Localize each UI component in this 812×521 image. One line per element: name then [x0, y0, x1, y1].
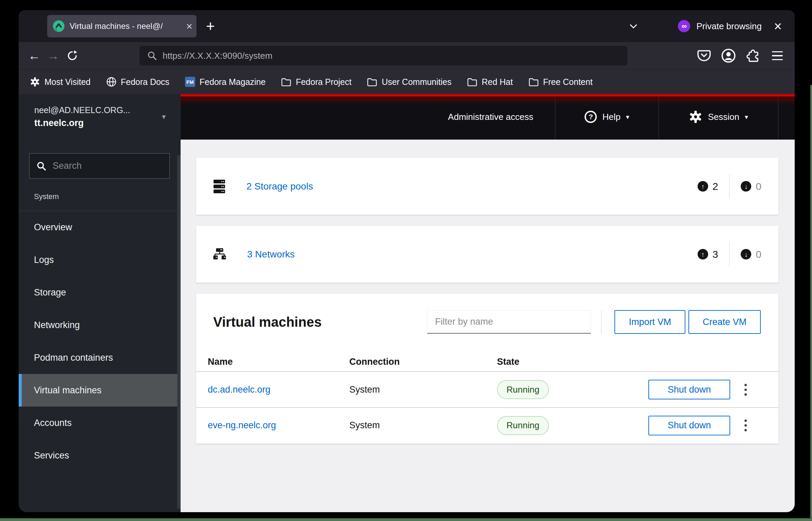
help-icon: ? [585, 111, 597, 123]
bookmark-fedora-magazine[interactable]: FM Fedora Magazine [185, 77, 266, 87]
table-row: eve-ng.neelc.org System Running Shut dow… [196, 408, 778, 443]
help-menu[interactable]: ? Help ▾ [555, 111, 659, 123]
sidebar-item-accounts[interactable]: Accounts [19, 407, 181, 439]
browser-window: Virtual machines - neel@/ × + ∞ Private … [19, 10, 795, 512]
session-caret-icon: ▾ [745, 113, 748, 121]
search-icon [36, 161, 47, 171]
bookmark-fedora-project[interactable]: Fedora Project [281, 77, 351, 87]
bookmarks-toolbar: Most Visited Fedora Docs FM Fedora Magaz… [19, 69, 795, 94]
cockpit-favicon-icon [53, 20, 65, 32]
main-area: Administrative access ? Help ▾ Session ▾ [181, 94, 795, 512]
fm-favicon: FM [185, 77, 195, 87]
folder-icon [529, 77, 539, 87]
network-topology-icon [213, 248, 226, 261]
arrow-circle-up-icon: ↑ [698, 249, 708, 259]
vm-name-link[interactable]: eve-ng.neelc.org [208, 420, 349, 431]
help-caret-icon: ▾ [626, 113, 629, 121]
bookmark-fedora-docs[interactable]: Fedora Docs [106, 77, 169, 87]
search-box[interactable] [29, 153, 170, 179]
networks-stats: ↑ 3 ↓ 0 [698, 242, 761, 267]
list-tabs-chevron-icon[interactable] [628, 21, 639, 31]
sidebar-search [19, 140, 181, 179]
browser-tab[interactable]: Virtual machines - neel@/ × [47, 15, 197, 37]
create-vm-button[interactable]: Create VM [688, 310, 761, 334]
shut-down-button[interactable]: Shut down [648, 416, 730, 435]
sidebar-item-podman-containers[interactable]: Podman containers [19, 341, 181, 374]
sidebar-scrollbar[interactable] [177, 155, 181, 509]
stat-divider [729, 242, 730, 267]
column-header-connection: Connection [349, 357, 497, 367]
sidebar: neel@AD.NEELC.ORG... tt.neelc.org ▾ Syst… [19, 94, 181, 512]
gear-icon [30, 77, 40, 87]
storage-pools-down-stat: ↓ 0 [741, 181, 761, 192]
back-button[interactable]: ← [25, 46, 44, 65]
vm-card-header: Virtual machines Import VM Create VM [196, 294, 778, 334]
vm-name-link[interactable]: dc.ad.neelc.org [208, 384, 349, 395]
bookmark-red-hat[interactable]: Red Hat [467, 77, 513, 87]
status-badge-running: Running [497, 416, 549, 435]
session-menu[interactable]: Session ▾ [659, 110, 778, 124]
menu-hamburger-icon[interactable] [769, 47, 786, 64]
url-text[interactable]: https://X.X.X.X:9090/system [163, 51, 273, 61]
shut-down-button[interactable]: Shut down [648, 380, 730, 399]
virtual-machines-card: Virtual machines Import VM Create VM Nam… [196, 294, 778, 444]
sidebar-item-overview[interactable]: Overview [19, 211, 181, 244]
bookmark-most-visited[interactable]: Most Visited [30, 77, 91, 87]
screen: Virtual machines - neel@/ × + ∞ Private … [0, 0, 812, 521]
tab-close-icon[interactable]: × [186, 21, 192, 32]
nav-items: Overview Logs Storage Networking Podman … [19, 211, 181, 472]
folder-icon [281, 77, 291, 87]
extensions-puzzle-icon[interactable] [744, 47, 761, 64]
forward-button[interactable]: → [44, 46, 63, 65]
networks-card: 3 Networks ↑ 3 ↓ 0 [196, 226, 778, 283]
bookmark-free-content[interactable]: Free Content [529, 77, 593, 87]
vm-connection: System [349, 384, 497, 395]
networks-up-stat: ↑ 3 [698, 249, 718, 260]
arrow-circle-down-icon: ↓ [741, 249, 751, 259]
arrow-circle-down-icon: ↓ [741, 181, 751, 192]
administrative-access-label: Administrative access [448, 112, 533, 122]
account-caret-icon: ▾ [162, 112, 166, 121]
content-area: 2 Storage pools ↑ 2 ↓ 0 [181, 140, 795, 512]
gear-icon [689, 110, 702, 124]
sidebar-item-logs[interactable]: Logs [19, 244, 181, 276]
toolbar-icons [696, 47, 786, 64]
page-title: Virtual machines [213, 315, 321, 330]
sidebar-item-services[interactable]: Services [19, 439, 181, 472]
reload-button[interactable] [63, 46, 82, 65]
networks-link[interactable]: 3 Networks [247, 249, 295, 260]
search-input[interactable] [53, 161, 173, 171]
stat-divider [729, 174, 730, 199]
sidebar-item-storage[interactable]: Storage [19, 276, 181, 309]
browser-toolbar: ← → https://X.X.X.X:9090/system [19, 42, 795, 69]
globe-icon [106, 77, 116, 87]
sidebar-item-networking[interactable]: Networking [19, 309, 181, 341]
account-user: neel@AD.NEELC.ORG... [34, 105, 130, 115]
private-mask-icon: ∞ [678, 20, 690, 32]
vm-table: Name Connection State dc.ad.neelc.org Sy… [196, 353, 778, 444]
storage-pools-up-stat: ↑ 2 [698, 181, 718, 192]
table-row: dc.ad.neelc.org System Running Shut down [196, 372, 778, 408]
kebab-menu-icon[interactable] [744, 419, 747, 431]
new-tab-button[interactable]: + [206, 19, 215, 34]
toolbar-divider [601, 310, 602, 334]
url-bar[interactable]: https://X.X.X.X:9090/system [140, 46, 627, 66]
cockpit-page: neel@AD.NEELC.ORG... tt.neelc.org ▾ Syst… [19, 94, 795, 512]
masthead-divider [778, 94, 778, 140]
folder-icon [367, 77, 377, 87]
pocket-icon[interactable] [696, 47, 713, 64]
storage-pools-card: 2 Storage pools ↑ 2 ↓ 0 [196, 158, 778, 215]
window-close-button[interactable]: × [774, 19, 782, 33]
account-icon[interactable] [720, 47, 737, 64]
urlbar-search-icon [147, 51, 157, 61]
sidebar-item-virtual-machines[interactable]: Virtual machines [19, 374, 181, 407]
storage-pools-link[interactable]: 2 Storage pools [246, 181, 313, 192]
column-header-state: State [497, 357, 648, 367]
import-vm-button[interactable]: Import VM [614, 310, 685, 334]
vm-connection: System [349, 420, 497, 431]
nav-section-label: System [19, 192, 181, 211]
bookmark-user-communities[interactable]: User Communities [367, 77, 451, 87]
filter-by-name-input[interactable] [427, 310, 591, 334]
kebab-menu-icon[interactable] [744, 384, 747, 396]
account-switcher[interactable]: neel@AD.NEELC.ORG... tt.neelc.org ▾ [19, 94, 181, 140]
